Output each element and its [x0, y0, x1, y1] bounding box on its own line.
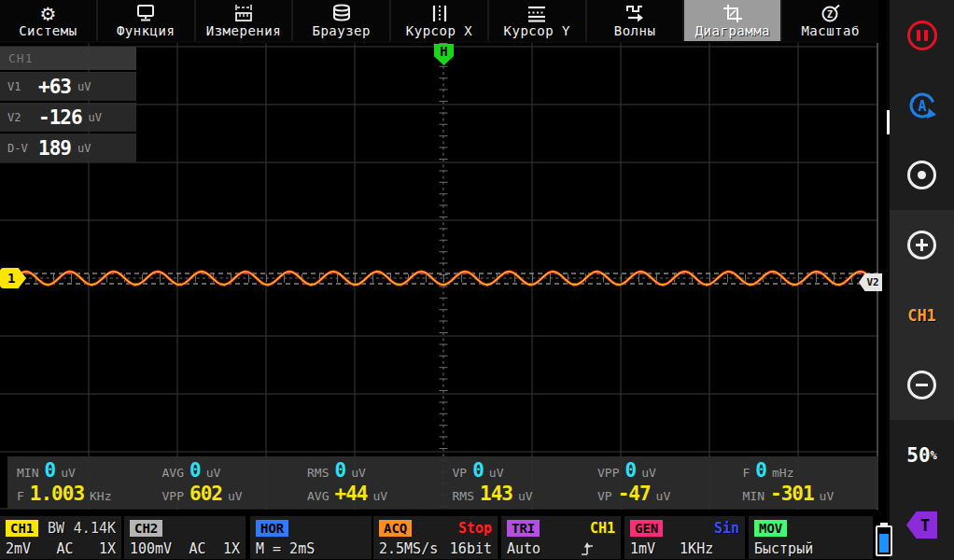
- sample-rate: 2.5MS/s: [379, 540, 438, 557]
- menu-item-browser[interactable]: Браузер: [293, 0, 389, 41]
- meas-label: AVG: [162, 466, 184, 480]
- meas-value: 143: [480, 483, 512, 505]
- bw-label: BW: [48, 520, 64, 537]
- bit-resolution: 16bit: [450, 540, 492, 557]
- meas-unit: uV: [206, 466, 221, 480]
- menu-item-label: Системы: [19, 23, 77, 39]
- zoom-in-button[interactable]: [890, 210, 954, 280]
- meas-unit: uV: [820, 489, 835, 503]
- measurement-column: AVG0uV VPP602uV: [153, 456, 299, 509]
- trigger-menu-button[interactable]: T: [890, 490, 954, 560]
- meas-label: VPP: [597, 466, 619, 480]
- meas-label: VP: [453, 466, 468, 480]
- auto-icon: A: [905, 89, 939, 122]
- status-acquisition-section[interactable]: ACQ Stop 2.5MS/s 16bit: [373, 516, 498, 559]
- status-ch2-section[interactable]: CH2 100mV AC 1X: [124, 516, 246, 559]
- right-toolbar: A CH1 50% T: [887, 0, 954, 560]
- meas-label: VP: [597, 489, 612, 503]
- cursor-y-icon: [526, 4, 548, 23]
- ch1-coupling: AC: [56, 540, 73, 557]
- menu-item-label: Курсор X: [406, 23, 472, 39]
- menu-item-waves[interactable]: Волны: [587, 0, 683, 41]
- status-trigger-section[interactable]: TRI CH1 Auto: [501, 516, 621, 559]
- cursor-unit: uV: [89, 111, 102, 124]
- meas-label: F: [743, 466, 751, 480]
- menu-item-label: Курсор Y: [504, 23, 570, 39]
- meas-unit: uV: [518, 489, 533, 503]
- cursor-unit: uV: [77, 142, 91, 155]
- cursor-row-v1: V1 +63 uV: [0, 72, 136, 101]
- menu-item-cursor-y[interactable]: Курсор Y: [489, 0, 585, 41]
- meas-value: 0: [624, 459, 636, 482]
- acq-badge: ACQ: [379, 520, 412, 537]
- measurement-panel: MIN0uV F1.003KHz AVG0uV VPP602uV RMS0uV …: [7, 456, 878, 509]
- meas-value: 0: [334, 459, 345, 482]
- menu-item-systems[interactable]: ⚙ Системы: [0, 0, 96, 41]
- cursor-label: V1: [7, 80, 32, 93]
- menu-item-label: Масштаб: [801, 23, 860, 39]
- center-dot-button[interactable]: [890, 140, 954, 210]
- meas-label: RMS: [453, 489, 474, 503]
- cursor-value: +63: [38, 76, 71, 98]
- meas-value: 0: [189, 459, 201, 482]
- meas-unit: KHz: [90, 489, 111, 503]
- run-pause-button[interactable]: [890, 0, 954, 70]
- auto-setup-button[interactable]: A: [890, 70, 954, 140]
- meas-label: MIN: [743, 489, 765, 503]
- meas-label: VPP: [162, 489, 184, 503]
- meas-unit: uV: [351, 466, 366, 480]
- zoom-z-icon: Z: [820, 4, 842, 23]
- menu-item-label: Измерения: [206, 23, 281, 39]
- measurement-column: RMS0uV AVG+44uV: [298, 456, 443, 509]
- menu-item-measurements[interactable]: Измерения: [196, 0, 292, 41]
- pulse-arrow-icon: [624, 4, 646, 23]
- meas-label: AVG: [307, 489, 329, 503]
- database-icon: [330, 4, 353, 23]
- status-horizontal-section[interactable]: HOR M = 2mS: [250, 516, 372, 559]
- status-ch1-section[interactable]: CH1 BW 4.14K 2mV AC 1X: [0, 516, 121, 559]
- meas-unit: uV: [372, 489, 387, 503]
- cursor-x-icon: [428, 4, 451, 23]
- cursor-value: 189: [38, 137, 71, 160]
- menu-item-label: Функция: [117, 23, 175, 39]
- status-generator-section[interactable]: GEN Sin 1mV 1KHz: [624, 516, 745, 559]
- ch1-probe: 1X: [99, 540, 116, 557]
- gen-waveform: Sin: [714, 520, 739, 537]
- cursor-readout-panel: CH1 V1 +63 uV V2 -126 uV D-V 189 uV: [0, 47, 136, 162]
- zoom-out-button[interactable]: [890, 350, 954, 420]
- channel-select-button[interactable]: CH1: [890, 280, 954, 350]
- trigger-source: CH1: [590, 520, 615, 537]
- status-bar: CH1 BW 4.14K 2mV AC 1X CH2 100mV AC 1X H…: [0, 515, 887, 560]
- acq-state: Stop: [458, 520, 492, 537]
- menu-item-diagram[interactable]: Диаграмма: [684, 0, 780, 41]
- zoom-level-button[interactable]: 50%: [890, 420, 954, 490]
- menu-item-cursor-x[interactable]: Курсор X: [391, 0, 487, 41]
- measurement-column: MIN0uV F1.003KHz: [7, 456, 153, 509]
- cursor-value: -126: [38, 106, 82, 129]
- display-icon: [134, 4, 157, 23]
- hor-badge: HOR: [256, 520, 288, 537]
- ch2-coupling: AC: [189, 540, 206, 557]
- ruler-icon: [232, 4, 255, 23]
- plus-circle-icon: [907, 231, 936, 259]
- menu-item-function[interactable]: Функция: [98, 0, 194, 41]
- meas-value: 0: [472, 459, 484, 482]
- status-movement-section[interactable]: MOV Быстрый: [749, 516, 873, 559]
- waveform-display[interactable]: H 1 V2 CH1 V1 +63 uV V2 -126 uV D-V 189 …: [0, 43, 878, 510]
- menu-item-scale[interactable]: Z Масштаб: [782, 0, 878, 41]
- menu-item-label: Диаграмма: [695, 23, 770, 39]
- ch2-probe: 1X: [223, 540, 240, 557]
- dot-circle-icon: [907, 161, 936, 189]
- meas-unit: uV: [228, 489, 243, 503]
- mov-speed: Быстрый: [754, 540, 813, 557]
- ch1-badge: CH1: [6, 520, 38, 537]
- meas-value: +44: [334, 483, 367, 505]
- meas-value: -47: [618, 483, 651, 505]
- meas-unit: uV: [641, 466, 656, 480]
- zoom-percent-value: 50: [906, 444, 930, 467]
- ch2-badge: CH2: [130, 520, 162, 537]
- timebase-value: M = 2mS: [256, 540, 315, 557]
- meas-label: RMS: [307, 466, 329, 480]
- tri-badge: TRI: [507, 520, 540, 537]
- cursor-unit: uV: [77, 80, 91, 93]
